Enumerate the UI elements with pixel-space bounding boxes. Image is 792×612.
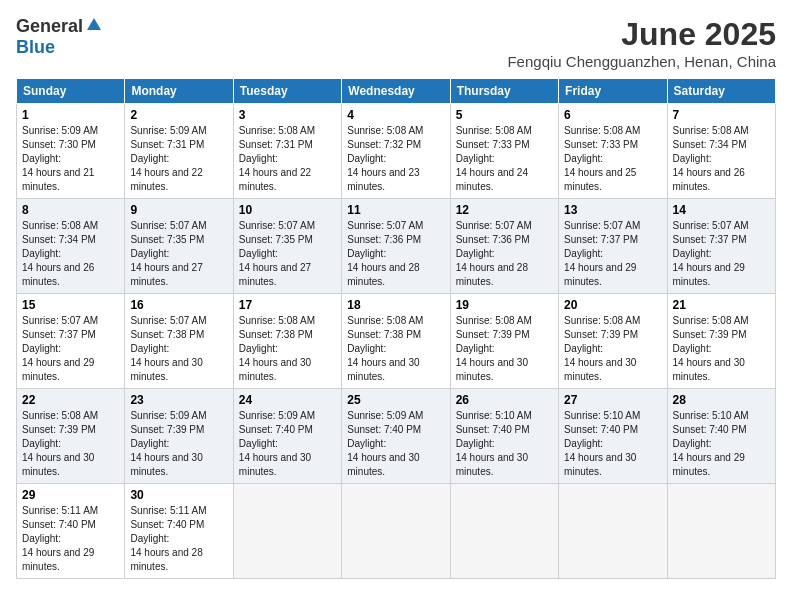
calendar-week-row: 8Sunrise: 5:08 AMSunset: 7:34 PMDaylight… — [17, 199, 776, 294]
day-number: 27 — [564, 393, 661, 407]
calendar-cell: 5Sunrise: 5:08 AMSunset: 7:33 PMDaylight… — [450, 104, 558, 199]
calendar-cell: 1Sunrise: 5:09 AMSunset: 7:30 PMDaylight… — [17, 104, 125, 199]
calendar-cell: 6Sunrise: 5:08 AMSunset: 7:33 PMDaylight… — [559, 104, 667, 199]
day-number: 10 — [239, 203, 336, 217]
day-info: Sunrise: 5:07 AMSunset: 7:38 PMDaylight:… — [130, 314, 227, 384]
day-number: 3 — [239, 108, 336, 122]
calendar-cell: 22Sunrise: 5:08 AMSunset: 7:39 PMDayligh… — [17, 389, 125, 484]
day-info: Sunrise: 5:08 AMSunset: 7:38 PMDaylight:… — [239, 314, 336, 384]
day-info: Sunrise: 5:07 AMSunset: 7:37 PMDaylight:… — [673, 219, 770, 289]
calendar-cell: 4Sunrise: 5:08 AMSunset: 7:32 PMDaylight… — [342, 104, 450, 199]
day-number: 24 — [239, 393, 336, 407]
day-info: Sunrise: 5:10 AMSunset: 7:40 PMDaylight:… — [564, 409, 661, 479]
day-info: Sunrise: 5:08 AMSunset: 7:39 PMDaylight:… — [22, 409, 119, 479]
day-info: Sunrise: 5:07 AMSunset: 7:35 PMDaylight:… — [130, 219, 227, 289]
logo-general: General — [16, 16, 83, 37]
title-block: June 2025 Fengqiu Chengguanzhen, Henan, … — [507, 16, 776, 70]
location-title: Fengqiu Chengguanzhen, Henan, China — [507, 53, 776, 70]
month-title: June 2025 — [507, 16, 776, 53]
calendar-cell: 7Sunrise: 5:08 AMSunset: 7:34 PMDaylight… — [667, 104, 775, 199]
day-number: 11 — [347, 203, 444, 217]
calendar-week-row: 1Sunrise: 5:09 AMSunset: 7:30 PMDaylight… — [17, 104, 776, 199]
day-number: 18 — [347, 298, 444, 312]
day-number: 26 — [456, 393, 553, 407]
day-info: Sunrise: 5:07 AMSunset: 7:36 PMDaylight:… — [347, 219, 444, 289]
day-info: Sunrise: 5:08 AMSunset: 7:38 PMDaylight:… — [347, 314, 444, 384]
day-info: Sunrise: 5:10 AMSunset: 7:40 PMDaylight:… — [673, 409, 770, 479]
calendar-week-row: 22Sunrise: 5:08 AMSunset: 7:39 PMDayligh… — [17, 389, 776, 484]
logo-blue: Blue — [16, 37, 55, 58]
col-header-friday: Friday — [559, 79, 667, 104]
day-number: 5 — [456, 108, 553, 122]
day-number: 17 — [239, 298, 336, 312]
day-info: Sunrise: 5:08 AMSunset: 7:31 PMDaylight:… — [239, 124, 336, 194]
calendar-cell — [450, 484, 558, 579]
calendar-cell: 19Sunrise: 5:08 AMSunset: 7:39 PMDayligh… — [450, 294, 558, 389]
day-info: Sunrise: 5:09 AMSunset: 7:31 PMDaylight:… — [130, 124, 227, 194]
day-number: 14 — [673, 203, 770, 217]
page-header: General Blue June 2025 Fengqiu Chengguan… — [16, 16, 776, 70]
day-number: 13 — [564, 203, 661, 217]
col-header-monday: Monday — [125, 79, 233, 104]
calendar-week-row: 29Sunrise: 5:11 AMSunset: 7:40 PMDayligh… — [17, 484, 776, 579]
day-number: 9 — [130, 203, 227, 217]
calendar-cell: 27Sunrise: 5:10 AMSunset: 7:40 PMDayligh… — [559, 389, 667, 484]
calendar-cell: 24Sunrise: 5:09 AMSunset: 7:40 PMDayligh… — [233, 389, 341, 484]
calendar-cell: 28Sunrise: 5:10 AMSunset: 7:40 PMDayligh… — [667, 389, 775, 484]
calendar-cell: 9Sunrise: 5:07 AMSunset: 7:35 PMDaylight… — [125, 199, 233, 294]
calendar-cell: 18Sunrise: 5:08 AMSunset: 7:38 PMDayligh… — [342, 294, 450, 389]
day-info: Sunrise: 5:07 AMSunset: 7:37 PMDaylight:… — [564, 219, 661, 289]
day-number: 29 — [22, 488, 119, 502]
day-number: 23 — [130, 393, 227, 407]
logo-icon — [85, 16, 103, 34]
calendar-cell: 26Sunrise: 5:10 AMSunset: 7:40 PMDayligh… — [450, 389, 558, 484]
day-info: Sunrise: 5:08 AMSunset: 7:39 PMDaylight:… — [564, 314, 661, 384]
calendar-cell: 23Sunrise: 5:09 AMSunset: 7:39 PMDayligh… — [125, 389, 233, 484]
calendar-cell: 10Sunrise: 5:07 AMSunset: 7:35 PMDayligh… — [233, 199, 341, 294]
calendar-cell — [667, 484, 775, 579]
day-number: 2 — [130, 108, 227, 122]
day-number: 25 — [347, 393, 444, 407]
day-info: Sunrise: 5:09 AMSunset: 7:40 PMDaylight:… — [239, 409, 336, 479]
day-number: 20 — [564, 298, 661, 312]
day-number: 22 — [22, 393, 119, 407]
col-header-sunday: Sunday — [17, 79, 125, 104]
calendar-cell: 3Sunrise: 5:08 AMSunset: 7:31 PMDaylight… — [233, 104, 341, 199]
day-number: 8 — [22, 203, 119, 217]
calendar-week-row: 15Sunrise: 5:07 AMSunset: 7:37 PMDayligh… — [17, 294, 776, 389]
day-number: 19 — [456, 298, 553, 312]
calendar-cell: 15Sunrise: 5:07 AMSunset: 7:37 PMDayligh… — [17, 294, 125, 389]
calendar-cell — [559, 484, 667, 579]
day-info: Sunrise: 5:08 AMSunset: 7:33 PMDaylight:… — [564, 124, 661, 194]
day-info: Sunrise: 5:08 AMSunset: 7:34 PMDaylight:… — [22, 219, 119, 289]
day-info: Sunrise: 5:07 AMSunset: 7:37 PMDaylight:… — [22, 314, 119, 384]
calendar-header-row: SundayMondayTuesdayWednesdayThursdayFrid… — [17, 79, 776, 104]
calendar-cell: 21Sunrise: 5:08 AMSunset: 7:39 PMDayligh… — [667, 294, 775, 389]
day-number: 16 — [130, 298, 227, 312]
day-info: Sunrise: 5:08 AMSunset: 7:39 PMDaylight:… — [456, 314, 553, 384]
day-number: 4 — [347, 108, 444, 122]
day-info: Sunrise: 5:11 AMSunset: 7:40 PMDaylight:… — [22, 504, 119, 574]
calendar-cell: 8Sunrise: 5:08 AMSunset: 7:34 PMDaylight… — [17, 199, 125, 294]
calendar-cell: 30Sunrise: 5:11 AMSunset: 7:40 PMDayligh… — [125, 484, 233, 579]
calendar-table: SundayMondayTuesdayWednesdayThursdayFrid… — [16, 78, 776, 579]
day-info: Sunrise: 5:09 AMSunset: 7:39 PMDaylight:… — [130, 409, 227, 479]
day-info: Sunrise: 5:09 AMSunset: 7:30 PMDaylight:… — [22, 124, 119, 194]
day-info: Sunrise: 5:08 AMSunset: 7:33 PMDaylight:… — [456, 124, 553, 194]
day-info: Sunrise: 5:08 AMSunset: 7:34 PMDaylight:… — [673, 124, 770, 194]
calendar-cell: 13Sunrise: 5:07 AMSunset: 7:37 PMDayligh… — [559, 199, 667, 294]
day-info: Sunrise: 5:07 AMSunset: 7:35 PMDaylight:… — [239, 219, 336, 289]
col-header-tuesday: Tuesday — [233, 79, 341, 104]
calendar-cell: 2Sunrise: 5:09 AMSunset: 7:31 PMDaylight… — [125, 104, 233, 199]
day-number: 30 — [130, 488, 227, 502]
calendar-cell: 14Sunrise: 5:07 AMSunset: 7:37 PMDayligh… — [667, 199, 775, 294]
calendar-cell — [342, 484, 450, 579]
col-header-wednesday: Wednesday — [342, 79, 450, 104]
day-number: 7 — [673, 108, 770, 122]
col-header-thursday: Thursday — [450, 79, 558, 104]
calendar-cell: 25Sunrise: 5:09 AMSunset: 7:40 PMDayligh… — [342, 389, 450, 484]
day-info: Sunrise: 5:08 AMSunset: 7:39 PMDaylight:… — [673, 314, 770, 384]
day-number: 6 — [564, 108, 661, 122]
calendar-cell: 29Sunrise: 5:11 AMSunset: 7:40 PMDayligh… — [17, 484, 125, 579]
calendar-cell: 11Sunrise: 5:07 AMSunset: 7:36 PMDayligh… — [342, 199, 450, 294]
